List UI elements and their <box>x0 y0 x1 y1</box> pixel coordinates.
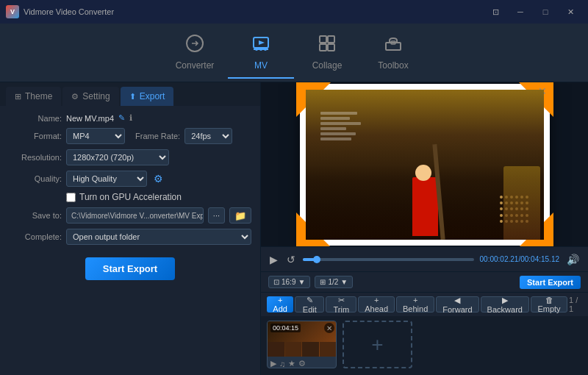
clip-1-close[interactable]: ✕ <box>324 323 334 333</box>
app-icon: V <box>6 5 19 18</box>
left-panel: ⊞ Theme ⚙ Setting ⬆ Export Name: New MV.… <box>0 82 261 375</box>
caption-button[interactable]: ⊡ <box>484 4 507 20</box>
svg-rect-6 <box>320 36 326 43</box>
quality-select[interactable]: High Quality Medium Quality Low Quality <box>66 171 147 187</box>
tab-converter[interactable]: Converter <box>162 27 228 79</box>
subtab-export-label: Export <box>140 91 165 101</box>
titlebar-left: V Vidmore Video Converter <box>6 5 114 18</box>
replay-button[interactable]: ↺ <box>285 254 297 265</box>
tab-collage[interactable]: Collage <box>294 27 360 79</box>
subtab-setting-label: Setting <box>82 91 110 101</box>
complete-row: Complete: Open output folder Do nothing <box>9 229 251 245</box>
time-display: 00:00:02.21/00:04:15.12 <box>480 255 559 263</box>
theme-icon: ⊞ <box>15 92 21 101</box>
empty-button[interactable]: 🗑 Empty <box>531 296 567 312</box>
titlebar: V Vidmore Video Converter ⊡ ─ □ ✕ <box>0 0 588 24</box>
setting-icon: ⚙ <box>71 92 79 101</box>
quality-settings-button[interactable]: ⚙ <box>151 173 165 185</box>
complete-label: Complete: <box>9 232 62 241</box>
resolution-select[interactable]: 1280x720 (720p) 1920x1080 (1080p) 3840x2… <box>66 149 169 165</box>
titlebar-controls: ⊡ ─ □ ✕ <box>484 4 582 20</box>
resolution-row: Resolution: 1280x720 (720p) 1920x1080 (1… <box>9 149 251 165</box>
export-icon: ⬆ <box>129 92 136 101</box>
preview-video <box>306 90 544 240</box>
ratio-icon: ⊡ <box>273 278 279 286</box>
frame-rate-label: Frame Rate: <box>135 132 180 140</box>
name-edit-icon[interactable]: ✎ <box>118 113 125 123</box>
add-clip-button[interactable]: + <box>343 321 412 368</box>
lines-pattern <box>320 112 361 140</box>
play-button[interactable]: ▶ <box>268 254 279 265</box>
page-value: 1/2 <box>328 278 338 286</box>
close-button[interactable]: ✕ <box>559 4 582 20</box>
page-button[interactable]: ⊞ 1/2 ▼ <box>315 276 353 288</box>
browse-dots-button[interactable]: ··· <box>208 207 225 224</box>
quality-row: Quality: High Quality Medium Quality Low… <box>9 171 251 187</box>
converter-icon <box>185 34 204 57</box>
svg-rect-8 <box>320 44 326 51</box>
tab-collage-label: Collage <box>312 60 343 71</box>
add-button[interactable]: + Add <box>267 296 293 312</box>
format-select[interactable]: MP4 MOV AVI <box>66 128 125 144</box>
edit-button[interactable]: ✎ Edit <box>295 296 324 312</box>
gpu-label: Turn on GPU Acceleration <box>79 192 182 202</box>
maximize-button[interactable]: □ <box>534 4 557 20</box>
clip-settings-icon[interactable]: ⚙ <box>298 359 306 368</box>
clip-effects-icon[interactable]: ★ <box>288 359 295 368</box>
complete-select[interactable]: Open output folder Do nothing <box>66 229 251 245</box>
clip-1-controls: ▶ ♫ ★ ⚙ <box>268 357 336 368</box>
ahead-button[interactable]: + Ahead <box>358 296 395 312</box>
subtab-theme[interactable]: ⊞ Theme <box>6 87 61 106</box>
gpu-checkbox[interactable] <box>66 193 76 202</box>
titlebar-title: Vidmore Video Converter <box>24 7 114 16</box>
save-path-display: C:\Vidmore\Vidmore V...onverter\MV Expor… <box>66 207 204 224</box>
name-info-icon[interactable]: ℹ <box>129 113 132 123</box>
time-total: 00:04:15.12 <box>520 255 559 263</box>
ratio-button[interactable]: ⊡ 16:9 ▼ <box>268 276 310 288</box>
frame-rate-select[interactable]: 24fps 30fps 60fps <box>184 128 232 144</box>
resolution-label: Resolution: <box>9 153 62 162</box>
trim-button[interactable]: ✂ Trim <box>326 296 356 312</box>
svg-point-5 <box>264 48 267 51</box>
minimize-button[interactable]: ─ <box>509 4 532 20</box>
timeline-page-counter: 1 / 1 <box>569 296 582 313</box>
browse-folder-button[interactable]: 📁 <box>229 207 251 224</box>
right-panel: ✕ <box>261 82 588 375</box>
clip-audio-icon[interactable]: ♫ <box>279 360 285 368</box>
format-row: Format: MP4 MOV AVI Frame Rate: 24fps 30… <box>9 128 251 144</box>
settings-form: Name: New MV.mp4 ✎ ℹ Format: MP4 MOV AVI… <box>0 106 260 375</box>
ratio-arrow: ▼ <box>298 278 305 286</box>
forward-button[interactable]: ◀ Forward <box>436 296 478 312</box>
scene-background <box>306 90 544 240</box>
name-label: Name: <box>9 114 62 123</box>
tab-toolbox-label: Toolbox <box>378 60 408 71</box>
toolbox-icon <box>384 34 403 57</box>
frame-rate-section: Frame Rate: 24fps 30fps 60fps <box>129 128 232 144</box>
clip-1-thumbnail: 00:04:15 ✕ <box>268 321 336 357</box>
tab-converter-label: Converter <box>176 60 215 71</box>
svg-rect-7 <box>328 36 334 43</box>
progress-bar[interactable] <box>303 258 474 261</box>
backward-button[interactable]: ▶ Backward <box>481 296 529 312</box>
nav-tabs: Converter MV Collage <box>0 24 588 82</box>
subtab-setting[interactable]: ⚙ Setting <box>62 87 118 106</box>
name-value: New MV.mp4 <box>66 114 114 123</box>
svg-point-4 <box>259 48 262 51</box>
ratio-value: 16:9 <box>282 278 295 286</box>
timeline: + Add ✎ Edit ✂ Trim + Ahead + Behind ◀ F… <box>261 292 588 375</box>
behind-button[interactable]: + Behind <box>396 296 434 312</box>
volume-button[interactable]: 🔊 <box>565 254 581 265</box>
main-content: ⊞ Theme ⚙ Setting ⬆ Export Name: New MV.… <box>0 82 588 375</box>
video-controls: ▶ ↺ 00:00:02.21/00:04:15.12 🔊 <box>261 246 588 271</box>
start-export-button[interactable]: Start Export <box>85 257 175 280</box>
format-label: Format: <box>9 132 62 140</box>
video-controls2: ⊡ 16:9 ▼ ⊞ 1/2 ▼ Start Export <box>261 271 588 292</box>
clip-play-icon[interactable]: ▶ <box>270 359 276 368</box>
start-export-small-button[interactable]: Start Export <box>520 276 581 289</box>
tab-toolbox[interactable]: Toolbox <box>360 27 426 79</box>
progress-dot <box>313 256 320 263</box>
sub-tabs: ⊞ Theme ⚙ Setting ⬆ Export <box>0 82 260 106</box>
subtab-export[interactable]: ⬆ Export <box>121 87 174 106</box>
svg-point-3 <box>255 48 258 51</box>
tab-mv[interactable]: MV <box>228 27 294 79</box>
